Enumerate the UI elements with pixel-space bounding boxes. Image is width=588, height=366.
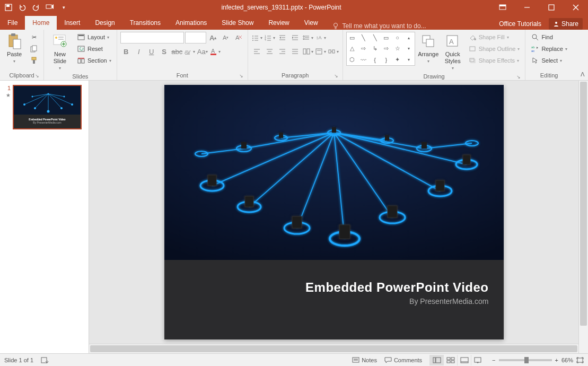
shape-arrow2-icon[interactable]: ⇨ (381, 43, 392, 55)
arrange-button[interactable]: Arrange▾ (417, 32, 440, 65)
reading-view-icon[interactable] (457, 355, 471, 365)
text-direction-icon[interactable]: ↕A (315, 32, 327, 43)
gallery-up-icon[interactable]: ▴ (403, 32, 414, 43)
find-button[interactable]: Find (529, 32, 569, 42)
maximize-icon[interactable] (539, 0, 564, 15)
collapse-ribbon-icon[interactable]: ᐱ (581, 71, 585, 78)
tab-view[interactable]: View (297, 16, 326, 30)
shape-arrow-icon[interactable]: ⇨ (358, 43, 369, 55)
line-spacing-icon[interactable] (302, 32, 314, 43)
columns-icon[interactable] (302, 46, 314, 57)
smartart-icon[interactable] (328, 46, 339, 57)
thumbnail-preview[interactable]: Embedded PowerPoint Video By PresenterMe… (13, 85, 82, 129)
copy-button[interactable] (28, 43, 40, 54)
save-icon[interactable] (4, 3, 13, 12)
dialog-launcher-icon[interactable]: ↘ (516, 74, 521, 80)
shape-line2-icon[interactable]: ╲ (369, 32, 380, 43)
shapes-gallery[interactable]: ▭╲╲▭○▴ △⇨↳⇨☆▾ ⬡〰{}✦▾ (346, 32, 415, 66)
dialog-launcher-icon[interactable]: ↘ (239, 73, 243, 79)
zoom-slider[interactable] (499, 359, 552, 361)
align-right-icon[interactable] (277, 46, 288, 57)
gallery-more-icon[interactable]: ▾ (403, 54, 414, 65)
close-icon[interactable] (564, 0, 588, 15)
shape-fill-button[interactable]: Shape Fill ▾ (466, 32, 522, 42)
tab-design[interactable]: Design (87, 16, 122, 30)
quick-styles-button[interactable]: A Quick Styles▾ (442, 32, 464, 72)
tab-file[interactable]: File (0, 16, 25, 30)
align-center-icon[interactable] (264, 46, 276, 57)
tab-animations[interactable]: Animations (168, 16, 214, 30)
minimize-icon[interactable] (515, 0, 539, 15)
redo-icon[interactable] (32, 3, 40, 12)
shape-effects-button[interactable]: Shape Effects ▾ (466, 55, 522, 66)
shape-star-icon[interactable]: ☆ (392, 43, 403, 55)
normal-view-icon[interactable] (429, 355, 443, 365)
section-button[interactable]: Section ▾ (75, 55, 113, 66)
shape-rect-icon[interactable]: ▭ (347, 32, 358, 43)
dialog-launcher-icon[interactable]: ↘ (334, 73, 338, 79)
shape-curve-icon[interactable]: 〰 (358, 54, 369, 65)
comments-button[interactable]: Comments (384, 357, 422, 363)
thumbnail-1[interactable]: 1 ★ Embedded PowerPoint Video By Pres (4, 85, 84, 129)
replace-button[interactable]: abacReplace ▾ (529, 43, 569, 54)
slideshow-view-icon[interactable] (471, 355, 485, 365)
align-left-icon[interactable] (251, 46, 263, 57)
zoom-out-icon[interactable]: − (492, 357, 495, 363)
decrease-indent-icon[interactable] (277, 32, 288, 43)
shadow-button[interactable]: S (159, 46, 170, 57)
paste-button[interactable]: Paste ▾ (3, 32, 25, 65)
italic-button[interactable]: I (133, 46, 145, 57)
spellcheck-icon[interactable] (41, 356, 49, 364)
dialog-launcher-icon[interactable]: ↘ (35, 73, 39, 79)
justify-icon[interactable] (289, 46, 301, 57)
zoom-in-icon[interactable]: + (555, 357, 558, 363)
tab-insert[interactable]: Insert (57, 16, 87, 30)
slide-counter[interactable]: Slide 1 of 1 (4, 357, 33, 363)
shape-triangle-icon[interactable]: △ (347, 43, 358, 55)
slide-editor[interactable]: Embedded PowerPoint Video By PresenterMe… (89, 81, 578, 344)
qat-customize-icon[interactable]: ▾ (59, 3, 68, 12)
layout-button[interactable]: Layout ▾ (75, 32, 113, 42)
ribbon-display-options-icon[interactable] (490, 0, 515, 15)
share-button[interactable]: Share (549, 18, 583, 30)
start-from-beginning-icon[interactable] (46, 3, 54, 12)
slide-sorter-icon[interactable] (443, 355, 457, 365)
increase-font-icon[interactable]: A▴ (207, 32, 219, 43)
slide-canvas[interactable]: Embedded PowerPoint Video By PresenterMe… (164, 85, 504, 339)
shape-line-icon[interactable]: ╲ (358, 32, 369, 43)
shape-oval-icon[interactable]: ○ (392, 32, 403, 43)
underline-button[interactable]: U (146, 46, 157, 57)
bold-button[interactable]: B (120, 46, 132, 57)
slide-thumbnails-panel[interactable]: 1 ★ Embedded PowerPoint Video By Pres (0, 81, 89, 353)
shape-hexagon-icon[interactable]: ⬡ (347, 54, 358, 65)
zoom-level[interactable]: 66% (561, 357, 573, 363)
font-color-button[interactable]: A (209, 46, 221, 57)
tab-slideshow[interactable]: Slide Show (214, 16, 261, 30)
notes-button[interactable]: Notes (352, 357, 377, 363)
new-slide-button[interactable]: New Slide ▾ (47, 32, 73, 72)
change-case-button[interactable]: Aa▾ (197, 46, 208, 57)
tell-me-search[interactable]: Tell me what you want to do... (326, 22, 499, 30)
format-painter-button[interactable] (28, 55, 40, 66)
fit-to-window-icon[interactable] (576, 357, 584, 363)
char-spacing-button[interactable]: AV (184, 46, 196, 57)
gallery-down-icon[interactable]: ▾ (403, 43, 414, 55)
shape-connector-icon[interactable]: ↳ (369, 43, 380, 55)
undo-icon[interactable] (18, 3, 27, 12)
increase-indent-icon[interactable] (289, 32, 301, 43)
tab-review[interactable]: Review (261, 16, 296, 30)
horizontal-scrollbar[interactable] (89, 344, 578, 353)
shape-outline-button[interactable]: Shape Outline ▾ (466, 43, 522, 54)
tab-transitions[interactable]: Transitions (122, 16, 168, 30)
bullets-button[interactable] (251, 32, 263, 43)
select-button[interactable]: Select ▾ (529, 55, 569, 66)
align-text-icon[interactable] (315, 46, 327, 57)
numbering-button[interactable]: 123 (264, 32, 276, 43)
shape-brace-l-icon[interactable]: { (369, 54, 380, 65)
strikethrough-button[interactable]: abc (171, 46, 183, 57)
shape-rect2-icon[interactable]: ▭ (381, 32, 392, 43)
tab-home[interactable]: Home (25, 16, 57, 30)
shape-brace-r-icon[interactable]: } (381, 54, 392, 65)
cut-button[interactable]: ✂ (28, 32, 40, 42)
font-family-select[interactable] (120, 32, 184, 43)
